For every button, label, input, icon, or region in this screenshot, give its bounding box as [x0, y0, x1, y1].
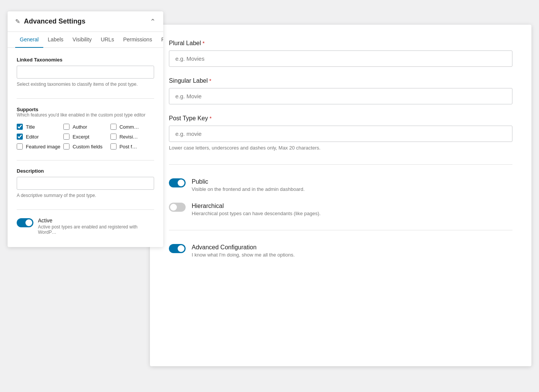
post-type-key-heading: Post Type Key * [169, 115, 512, 122]
divider-3 [17, 209, 154, 210]
public-toggle-section: Public Visible on the frontend and in th… [169, 178, 512, 192]
hierarchical-toggle[interactable] [169, 203, 186, 212]
left-panel: ✎ Advanced Settings ⌃ General Labels Vis… [8, 11, 163, 247]
checkbox-comments-label: Comm… [120, 124, 139, 130]
checkbox-excerpt[interactable]: Excerpt [63, 134, 107, 140]
checkbox-editor[interactable]: Editor [17, 134, 60, 140]
post-type-key-required-star: * [210, 115, 211, 121]
hierarchical-toggle-label: Hierarchical [192, 203, 321, 209]
advanced-config-toggle-slider [169, 244, 186, 253]
supports-hint: Which features you'd like enabled in the… [17, 112, 154, 118]
right-panel: Plural Label * Singular Label * Post Typ… [150, 25, 531, 366]
panel-body: Linked Taxonomies Select existing taxono… [8, 48, 163, 247]
public-toggle-text: Public Visible on the frontend and in th… [192, 178, 305, 192]
hierarchical-toggle-slider [169, 203, 186, 212]
checkbox-excerpt-input[interactable] [63, 134, 69, 140]
panel-title: Advanced Settings [24, 17, 85, 25]
hierarchical-toggle-row: Hierarchical Hierarchical post types can… [169, 203, 512, 216]
post-type-key-group: Post Type Key * Lower case letters, unde… [169, 115, 512, 151]
advanced-config-toggle-label: Advanced Configuration [192, 244, 295, 251]
description-input[interactable] [17, 177, 154, 190]
singular-label-group: Singular Label * [169, 77, 512, 104]
checkbox-author[interactable]: Author [63, 124, 107, 130]
checkbox-revisions[interactable]: Revisi… [110, 134, 154, 140]
checkbox-post-f-label: Post f… [120, 144, 137, 150]
checkbox-author-label: Author [72, 124, 87, 130]
linked-taxonomies-group: Linked Taxonomies Select existing taxono… [17, 57, 154, 88]
description-hint: A descriptive summary of the post type. [17, 192, 154, 199]
advanced-config-toggle-row: Advanced Configuration I know what I'm d… [169, 244, 512, 258]
tab-permissions[interactable]: Permissions [118, 32, 156, 48]
document-icon: ✎ [15, 18, 20, 25]
checkbox-revisions-input[interactable] [110, 134, 117, 140]
tab-urls[interactable]: URLs [96, 32, 118, 48]
right-divider-1 [169, 164, 512, 165]
checkbox-comments-input[interactable] [110, 124, 117, 130]
active-toggle-label: Active [38, 217, 154, 224]
advanced-config-toggle-text: Advanced Configuration I know what I'm d… [192, 244, 295, 258]
checkbox-featured-image-label: Featured image [26, 144, 60, 150]
divider-1 [17, 98, 154, 99]
checkbox-author-input[interactable] [63, 124, 69, 130]
checkbox-title-label: Title [26, 124, 35, 130]
singular-label-heading: Singular Label * [169, 77, 512, 84]
active-toggle-wrap[interactable] [17, 218, 33, 227]
checkbox-custom-fields-input[interactable] [63, 143, 69, 150]
checkbox-featured-image[interactable]: Featured image [17, 143, 60, 150]
active-toggle-hint: Active post types are enabled and regist… [38, 224, 154, 235]
checkbox-revisions-label: Revisi… [120, 134, 138, 140]
panel-title-wrap: ✎ Advanced Settings [15, 17, 85, 25]
singular-required-star: * [209, 78, 211, 84]
active-toggle-text: Active Active post types are enabled and… [38, 217, 154, 235]
advanced-config-toggle-hint: I know what I'm doing, show me all the o… [192, 252, 295, 258]
linked-taxonomies-input[interactable] [17, 66, 154, 79]
checkbox-featured-image-input[interactable] [17, 143, 23, 150]
tab-labels[interactable]: Labels [43, 32, 68, 48]
public-toggle-row: Public Visible on the frontend and in th… [169, 178, 512, 192]
checkbox-post-f[interactable]: Post f… [110, 143, 154, 150]
collapse-button[interactable]: ⌃ [150, 18, 156, 25]
public-toggle-label: Public [192, 178, 305, 185]
active-toggle[interactable] [17, 218, 33, 227]
checkbox-editor-label: Editor [26, 134, 39, 140]
public-toggle[interactable] [169, 178, 186, 187]
plural-required-star: * [203, 40, 205, 46]
post-type-key-input[interactable] [169, 126, 512, 142]
checkbox-comments[interactable]: Comm… [110, 124, 154, 130]
plural-label-group: Plural Label * [169, 40, 512, 67]
right-divider-2 [169, 230, 512, 230]
checkbox-title-input[interactable] [17, 124, 23, 130]
checkbox-custom-fields[interactable]: Custom fields [63, 143, 107, 150]
supports-group: Supports Which features you'd like enabl… [17, 106, 154, 150]
tab-general[interactable]: General [15, 32, 43, 48]
public-toggle-slider [169, 178, 186, 187]
public-toggle-hint: Visible on the frontend and in the admin… [192, 186, 305, 192]
checkbox-excerpt-label: Excerpt [72, 134, 89, 140]
active-toggle-row: Active Active post types are enabled and… [17, 217, 154, 235]
checkbox-post-f-input[interactable] [110, 143, 117, 150]
linked-taxonomies-hint: Select existing taxonomies to classify i… [17, 81, 154, 88]
post-type-key-hint: Lower case letters, underscores and dash… [169, 145, 512, 151]
tab-rest[interactable]: REST [157, 32, 163, 48]
description-label: Description [17, 168, 154, 174]
hierarchical-toggle-section: Hierarchical Hierarchical post types can… [169, 203, 512, 216]
divider-2 [17, 160, 154, 161]
panel-header: ✎ Advanced Settings ⌃ [8, 11, 163, 32]
plural-label-input[interactable] [169, 50, 512, 67]
tab-visibility[interactable]: Visibility [68, 32, 96, 48]
tabs-bar: General Labels Visibility URLs Permissio… [8, 32, 163, 48]
hierarchical-toggle-hint: Hierarchical post types can have descend… [192, 211, 321, 216]
checkbox-custom-fields-label: Custom fields [72, 144, 102, 150]
checkbox-title[interactable]: Title [17, 124, 60, 130]
active-toggle-slider [17, 218, 33, 227]
checkbox-editor-input[interactable] [17, 134, 23, 140]
plural-label-heading: Plural Label * [169, 40, 512, 47]
supports-label: Supports [17, 107, 38, 112]
hierarchical-toggle-text: Hierarchical Hierarchical post types can… [192, 203, 321, 216]
supports-checkboxes: Title Author Comm… Editor Excerpt [17, 124, 154, 150]
advanced-config-toggle[interactable] [169, 244, 186, 253]
advanced-config-toggle-section: Advanced Configuration I know what I'm d… [169, 244, 512, 258]
singular-label-input[interactable] [169, 88, 512, 104]
description-group: Description A descriptive summary of the… [17, 168, 154, 199]
linked-taxonomies-label: Linked Taxonomies [17, 57, 154, 63]
